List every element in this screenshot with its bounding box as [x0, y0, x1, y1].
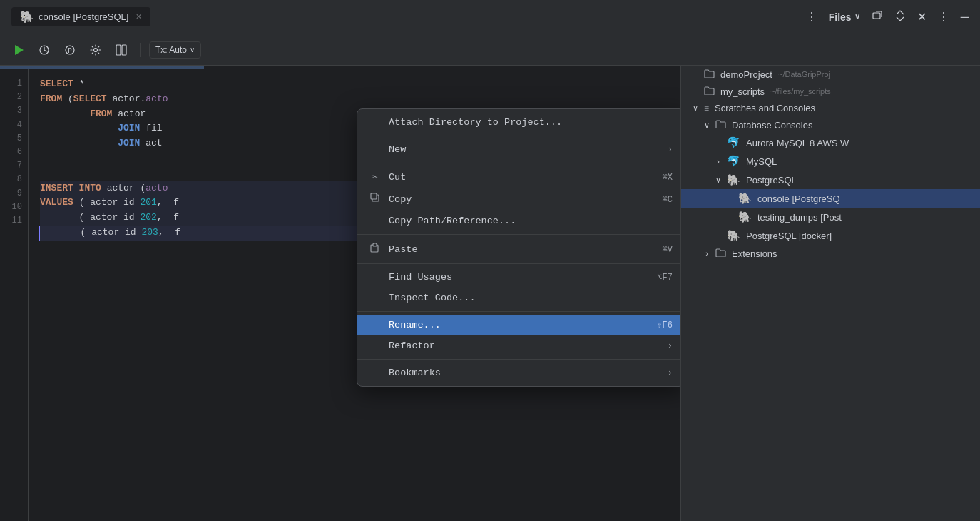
console-pg-label: console [PostgreSQ [757, 193, 840, 204]
separator-3 [357, 234, 680, 235]
rename-shortcut: ⇧F6 [657, 320, 673, 330]
mysql-label: MySQL [746, 156, 777, 167]
bookmarks-arrow: › [668, 368, 673, 378]
menu-btn[interactable]: ⋮ [938, 10, 949, 24]
expand-btn[interactable] [894, 10, 906, 24]
extensions-label: Extensions [732, 248, 777, 259]
extensions-arrow: › [701, 249, 713, 258]
menu-item-copy[interactable]: Copy ⌘C [357, 188, 680, 211]
pg-group-label: PostgreSQL [746, 175, 797, 186]
tx-dropdown[interactable]: Tx: Auto ∨ [149, 41, 201, 59]
menu-item-new[interactable]: New › [357, 139, 680, 160]
refactor-label: Refactor [389, 340, 660, 351]
svg-point-5 [94, 48, 98, 51]
copy-icon [369, 193, 382, 206]
svg-rect-11 [373, 243, 377, 246]
my-scripts-sublabel: ~/files/my_scripts [770, 87, 831, 96]
db-consoles-label: Database Consoles [732, 120, 812, 131]
separator-4 [357, 263, 680, 264]
menu-item-inspect-code[interactable]: Inspect Code... [357, 288, 680, 308]
refactor-arrow: › [668, 341, 673, 351]
new-window-btn[interactable] [872, 10, 883, 24]
toolbar-separator-1 [140, 43, 141, 57]
paste-label: Paste [389, 244, 655, 255]
title-bar: 🐘 console [PostgreSQL] ✕ ⋮ Files ∨ ✕ ⋮ ─ [0, 0, 980, 34]
files-dropdown[interactable]: Files ∨ [829, 11, 860, 23]
copy-path-label: Copy Path/Reference... [389, 216, 673, 226]
split-button[interactable] [111, 40, 131, 60]
menu-item-copy-path[interactable]: Copy Path/Reference... [357, 211, 680, 231]
cut-icon: ✂ [369, 171, 382, 183]
svg-rect-0 [873, 13, 880, 19]
svg-text:P: P [68, 47, 72, 54]
pg-group-arrow: ∨ [713, 176, 724, 185]
menu-item-attach-dir[interactable]: Attach Directory to Project... [357, 112, 680, 133]
scratches-icon: ≡ [704, 103, 709, 113]
menu-item-refactor[interactable]: Refactor › [357, 335, 680, 356]
my-scripts-label: my_scripts [720, 86, 765, 97]
file-panel: demoProject ~/DataGripProj my_scripts ~/… [680, 66, 980, 521]
close-btn[interactable]: ✕ [917, 10, 927, 24]
cut-shortcut: ⌘X [663, 172, 673, 183]
tree-item-my-scripts[interactable]: my_scripts ~/files/my_scripts [681, 83, 980, 100]
find-usages-shortcut: ⌥F7 [657, 272, 673, 283]
tree-item-console-pg[interactable]: 🐘 console [PostgreSQ [681, 189, 980, 208]
bookmarks-label: Bookmarks [389, 368, 660, 378]
line-numbers: 1 2 3 4 5 6 7 8 9 10 11 [0, 69, 29, 521]
tree-item-aurora-mysql[interactable]: 🐬 Aurora MySQL 8 AWS W [681, 133, 980, 152]
paste-shortcut: ⌘V [663, 244, 673, 255]
tree-item-pg-docker[interactable]: 🐘 PostgreSQL [docker] [681, 226, 980, 245]
separator-5 [357, 311, 680, 312]
toolbar: P Tx: Auto ∨ [0, 34, 980, 66]
more-actions-btn[interactable]: ⋮ [806, 10, 817, 24]
console-pg-icon: 🐘 [738, 192, 752, 205]
tx-arrow-icon: ∨ [190, 46, 195, 54]
mysql-arrow: › [713, 157, 724, 166]
demo-project-label: demoProject [720, 69, 772, 80]
cut-label: Cut [389, 172, 655, 183]
find-usages-label: Find Usages [389, 272, 650, 283]
tx-label: Tx: Auto [155, 45, 187, 55]
title-actions: ⋮ Files ∨ ✕ ⋮ ─ [806, 10, 969, 24]
new-arrow: › [668, 145, 673, 155]
db-consoles-arrow: ∨ [701, 121, 713, 130]
tree-item-extensions[interactable]: › Extensions [681, 245, 980, 262]
menu-item-find-usages[interactable]: Find Usages ⌥F7 [357, 267, 680, 288]
run-button[interactable] [9, 40, 29, 60]
folder-icon-demo [704, 69, 715, 80]
pin-button[interactable]: P [60, 40, 80, 60]
menu-item-rename[interactable]: Rename... ⇧F6 [357, 315, 680, 335]
testing-dumps-label: testing_dumps [Post [757, 212, 842, 223]
folder-icon-db [715, 119, 726, 131]
inspect-code-label: Inspect Code... [389, 293, 673, 303]
minimize-btn[interactable]: ─ [961, 11, 969, 24]
code-editor[interactable]: 1 2 3 4 5 6 7 8 9 10 11 SELECT * FROM (S… [0, 66, 680, 521]
menu-item-cut[interactable]: ✂ Cut ⌘X [357, 166, 680, 188]
aurora-icon: 🐬 [727, 136, 740, 149]
settings-button[interactable] [86, 40, 106, 60]
tree-item-demo-project[interactable]: demoProject ~/DataGripProj [681, 66, 980, 83]
context-menu: Attach Directory to Project... New › ✂ C… [357, 108, 680, 387]
separator-1 [357, 136, 680, 136]
tab-label: console [PostgreSQL] [39, 11, 128, 22]
testing-icon: 🐘 [738, 211, 752, 223]
tree-item-db-consoles[interactable]: ∨ Database Consoles [681, 116, 980, 133]
pg-tab-icon: 🐘 [20, 10, 34, 24]
tree-item-testing-dumps[interactable]: 🐘 testing_dumps [Post [681, 208, 980, 226]
tab-close-icon[interactable]: ✕ [136, 12, 142, 21]
svg-rect-6 [116, 45, 121, 55]
pg-docker-icon: 🐘 [727, 229, 740, 242]
menu-item-paste[interactable]: Paste ⌘V [357, 238, 680, 260]
svg-marker-1 [15, 45, 24, 55]
history-button[interactable] [34, 40, 54, 60]
tree-item-scratches[interactable]: ∨ ≡ Scratches and Consoles [681, 100, 980, 116]
copy-shortcut: ⌘C [663, 194, 673, 205]
active-tab[interactable]: 🐘 console [PostgreSQL] ✕ [11, 7, 150, 26]
tree-item-mysql[interactable]: › 🐬 MySQL [681, 152, 980, 171]
pg-docker-label: PostgreSQL [docker] [746, 231, 832, 241]
mysql-icon: 🐬 [727, 155, 740, 168]
new-label: New [389, 144, 660, 155]
scratches-label: Scratches and Consoles [715, 103, 815, 113]
tree-item-postgresql[interactable]: ∨ 🐘 PostgreSQL [681, 171, 980, 189]
menu-item-bookmarks[interactable]: Bookmarks › [357, 363, 680, 383]
